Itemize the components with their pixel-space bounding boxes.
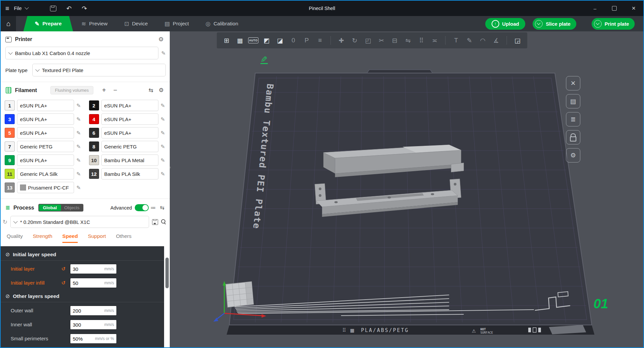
setting-value[interactable]: 50% bbox=[73, 336, 94, 342]
filament-name-box[interactable]: Prusament PC-CF bbox=[17, 182, 74, 193]
filament-name-box[interactable]: Generic PETG bbox=[101, 141, 158, 152]
setting-value[interactable]: 200 bbox=[73, 308, 103, 314]
edit-icon[interactable]: ✎ bbox=[76, 171, 81, 177]
tab-speed[interactable]: Speed bbox=[62, 233, 78, 243]
edit-icon[interactable]: ✎ bbox=[76, 185, 81, 191]
edit-icon[interactable]: ✎ bbox=[161, 116, 165, 122]
edit-printer-icon[interactable]: ✎ bbox=[161, 50, 166, 56]
filament-name-box[interactable]: Bambu PLA Silk bbox=[101, 168, 158, 180]
reset-value-icon[interactable]: ↺ bbox=[61, 266, 70, 272]
seam-tool-icon[interactable]: ◠ bbox=[477, 35, 489, 46]
filament-name-box[interactable]: eSUN PLA+ bbox=[17, 100, 74, 111]
cut-icon[interactable]: ✂ bbox=[376, 35, 387, 46]
filament-color-badge[interactable]: 4 bbox=[89, 114, 99, 124]
maximize-button[interactable] bbox=[605, 1, 624, 16]
edit-icon[interactable]: ✎ bbox=[76, 130, 81, 136]
tab-preview[interactable]: ≋ Preview bbox=[73, 16, 116, 31]
paint-tool-icon[interactable]: ✎ bbox=[464, 35, 475, 46]
refresh-preset-icon[interactable]: ↻ bbox=[3, 219, 7, 226]
add-plate-icon[interactable]: ▦ bbox=[234, 35, 246, 46]
save-preset-icon[interactable] bbox=[152, 219, 158, 225]
edit-icon[interactable]: ✎ bbox=[76, 102, 81, 109]
object-list-icon[interactable]: ≡ bbox=[314, 35, 326, 46]
filament-name-box[interactable]: eSUN PLA+ bbox=[101, 113, 158, 125]
setting-input[interactable]: 300 mm/s bbox=[70, 320, 117, 330]
delete-plate-button[interactable]: ✕ bbox=[566, 76, 580, 90]
filament-name-box[interactable]: eSUN PLA+ bbox=[17, 127, 74, 138]
fill-color-icon[interactable]: 0 bbox=[287, 35, 299, 46]
array-icon[interactable]: ⠿ bbox=[416, 35, 427, 46]
edit-icon[interactable]: ✎ bbox=[76, 143, 81, 150]
edit-icon[interactable]: ✎ bbox=[161, 102, 165, 109]
rotate-icon[interactable]: ↻ bbox=[349, 35, 361, 46]
filament-color-badge[interactable]: 13 bbox=[5, 183, 15, 193]
setting-value[interactable]: 30 bbox=[73, 266, 103, 272]
edit-icon[interactable]: ✎ bbox=[161, 130, 165, 136]
options-list-icon[interactable]: ≔ bbox=[151, 205, 156, 211]
remove-filament-button[interactable]: − bbox=[113, 86, 117, 94]
filament-name-box[interactable]: eSUN PLA+ bbox=[101, 100, 158, 111]
setting-input[interactable]: 50% mm/s or % bbox=[70, 334, 117, 344]
viewport-3d[interactable]: Bambu Textured PEI Plate bbox=[170, 31, 643, 347]
plate-settings-button[interactable]: ⚙ bbox=[566, 148, 580, 162]
filament-color-badge[interactable]: 11 bbox=[5, 169, 15, 179]
filament-name-box[interactable]: eSUN PLA+ bbox=[17, 113, 74, 125]
filament-color-badge[interactable]: 2 bbox=[89, 100, 99, 110]
add-filament-button[interactable]: + bbox=[102, 86, 106, 94]
sync-filament-icon[interactable]: ⇆ bbox=[149, 87, 153, 94]
filament-name-box[interactable]: Bambu PLA Metal bbox=[101, 154, 158, 166]
setting-input[interactable]: 50 mm/s bbox=[70, 278, 117, 288]
tab-prepare[interactable]: ✎ Prepare bbox=[23, 16, 73, 31]
plate-type-select[interactable]: Textured PEI Plate bbox=[32, 64, 166, 76]
printer-select[interactable]: Bambu Lab X1 Carbon 0.4 nozzle bbox=[5, 47, 158, 59]
plate-number[interactable]: 01 bbox=[593, 296, 608, 311]
assembly-view-icon[interactable]: ◲ bbox=[512, 35, 523, 46]
edit-icon[interactable]: ✎ bbox=[76, 116, 81, 122]
tab-quality[interactable]: Quality bbox=[7, 233, 23, 243]
tab-support[interactable]: Support bbox=[88, 233, 106, 243]
scope-global-button[interactable]: Global bbox=[39, 205, 61, 211]
scope-objects-button[interactable]: Objects bbox=[61, 205, 83, 211]
home-button[interactable]: ⌂ bbox=[1, 16, 16, 31]
setting-value[interactable]: 50 bbox=[73, 280, 103, 286]
auto-orient-icon[interactable]: ◩ bbox=[261, 35, 272, 46]
process-preset-select[interactable]: * 0.20mm Standard @BBL X1C bbox=[10, 216, 149, 228]
filament-color-badge[interactable]: 8 bbox=[89, 141, 99, 151]
lock-plate-button[interactable] bbox=[566, 130, 580, 144]
filament-name-box[interactable]: Generic PETG bbox=[17, 141, 74, 152]
filament-color-badge[interactable]: 9 bbox=[5, 155, 15, 165]
text-tool-icon[interactable]: T bbox=[450, 35, 462, 46]
add-model-icon[interactable]: ⊞ bbox=[221, 35, 232, 46]
tab-strength[interactable]: Strength bbox=[33, 233, 52, 243]
tab-others[interactable]: Others bbox=[116, 233, 132, 243]
setting-input[interactable]: 200 mm/s bbox=[70, 306, 117, 316]
slice-plate-button[interactable]: Slice plate bbox=[533, 18, 576, 30]
align-icon[interactable]: ⊟ bbox=[389, 35, 401, 46]
filament-color-badge[interactable]: 3 bbox=[5, 114, 15, 124]
filament-name-box[interactable]: Generic PLA Silk bbox=[17, 168, 74, 180]
print-plate-button[interactable]: Print plate bbox=[592, 18, 635, 30]
arrange-plate-button[interactable]: ▤ bbox=[566, 94, 580, 108]
sidebar-scrollbar[interactable] bbox=[165, 258, 169, 288]
hamburger-icon[interactable]: ≡ bbox=[5, 5, 9, 12]
save-project-icon[interactable] bbox=[50, 6, 56, 11]
advanced-toggle[interactable] bbox=[135, 204, 149, 211]
scale-icon[interactable]: ◰ bbox=[362, 35, 374, 46]
search-settings-icon[interactable] bbox=[161, 219, 166, 225]
filament-name-box[interactable]: eSUN PLA+ bbox=[17, 154, 74, 166]
setting-input[interactable]: 30 mm/s bbox=[70, 264, 117, 274]
height-range-icon[interactable]: ≍ bbox=[429, 35, 441, 46]
edit-icon[interactable]: ✎ bbox=[161, 157, 165, 163]
plate-list-button[interactable]: ≣ bbox=[566, 112, 580, 126]
filament-settings-gear-icon[interactable]: ⚙ bbox=[159, 87, 164, 94]
edit-icon[interactable]: ✎ bbox=[161, 143, 165, 150]
printer-settings-gear-icon[interactable]: ⚙ bbox=[158, 36, 164, 43]
move-icon[interactable]: ✚ bbox=[336, 35, 347, 46]
slice-dropdown-icon[interactable] bbox=[535, 20, 543, 28]
reset-value-icon[interactable]: ↺ bbox=[61, 280, 70, 286]
upload-button[interactable]: ↑ Upload bbox=[485, 18, 526, 30]
compare-presets-icon[interactable]: ⇆ bbox=[160, 205, 164, 211]
measure-tool-icon[interactable]: ∡ bbox=[490, 35, 502, 46]
split-objects-icon[interactable]: ◪ bbox=[274, 35, 286, 46]
edit-icon[interactable]: ✎ bbox=[161, 171, 165, 177]
